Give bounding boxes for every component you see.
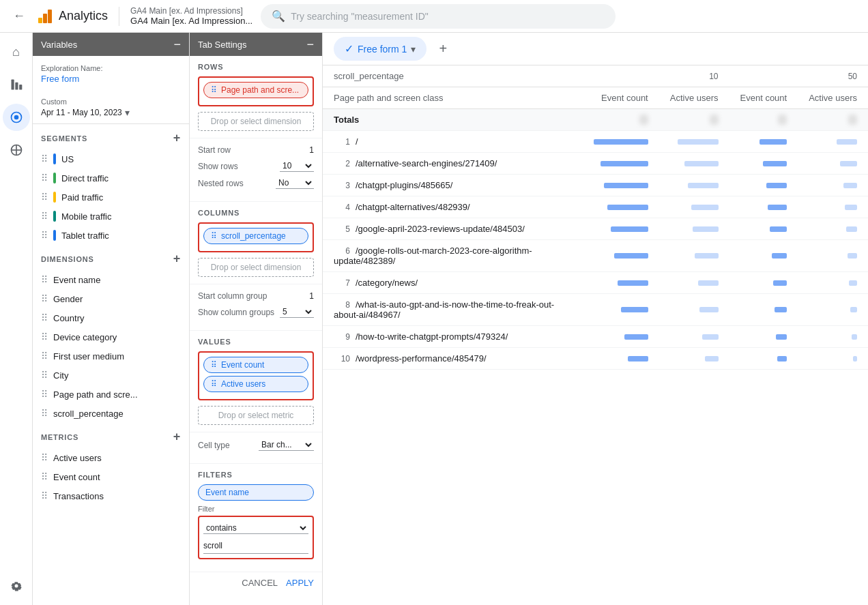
dimension-scroll-percentage[interactable]: ⠿ scroll_percentage <box>33 404 189 423</box>
drag-handle-icon: ⠿ <box>41 389 48 400</box>
bar-chart-bar <box>837 139 857 145</box>
show-col-groups-select[interactable]: 510 <box>280 306 314 318</box>
segment-item-us[interactable]: ⠿ US <box>33 149 189 168</box>
filter-apply-button[interactable]: APPLY <box>286 578 314 588</box>
dimension-city[interactable]: ⠿ City <box>33 366 189 385</box>
segment-item-tablet[interactable]: ⠿ Tablet traffic <box>33 226 189 245</box>
dimension-country[interactable]: ⠿ Country <box>33 308 189 327</box>
totals-label: Totals <box>334 115 359 125</box>
start-col-group-label: Start column group <box>198 291 267 301</box>
date-range-section: Custom Apr 11 - May 10, 2023 ▾ <box>33 92 189 124</box>
bar-cell <box>740 307 787 312</box>
page-path-link[interactable]: /chatgpt-plugins/485665/ <box>356 180 452 190</box>
totals-blurred-cell: — <box>729 109 798 131</box>
page-path-link[interactable]: /wordpress-performance/485479/ <box>356 353 487 364</box>
exploration-name-value[interactable]: Free form <box>41 74 181 84</box>
filter-condition-select[interactable]: containsequalsstarts with <box>203 522 308 534</box>
dimension-page-path[interactable]: ⠿ Page path and scre... <box>33 385 189 404</box>
bar-chart-bar <box>773 280 787 286</box>
dimension-first-user-medium[interactable]: ⠿ First user medium <box>33 346 189 366</box>
dimension-label: Event name <box>53 275 100 285</box>
values-drop-zone[interactable]: Drop or select metric <box>198 406 314 425</box>
event-count-50-header: Event count <box>729 87 798 109</box>
metric-cell-0 <box>583 240 659 272</box>
property-selector[interactable]: GA4 Main [ex. Ad Impressions] GA4 Main [… <box>130 6 252 26</box>
sidebar-item-advertising[interactable] <box>3 136 30 164</box>
bar-cell <box>594 139 648 145</box>
filters-section-title: FILTERS <box>198 471 314 479</box>
metric-cell-0 <box>583 175 659 196</box>
metrics-add-icon[interactable]: + <box>173 430 181 444</box>
active-users-50-header: Active users <box>798 87 868 109</box>
sidebar-item-reports[interactable] <box>3 71 30 98</box>
segments-add-icon[interactable]: + <box>173 131 181 145</box>
exploration-name-label: Exploration Name: <box>41 64 181 72</box>
filter-event-name-chip[interactable]: Event name <box>198 484 314 501</box>
metric-event-count[interactable]: ⠿ Event count <box>33 467 189 486</box>
metric-active-users[interactable]: ⠿ Active users <box>33 448 189 467</box>
dimensions-add-icon[interactable]: + <box>173 252 181 266</box>
page-path-link[interactable]: /category/news/ <box>356 278 418 288</box>
page-path-link[interactable]: /chatgpt-alternatives/482939/ <box>356 202 470 212</box>
date-range-picker[interactable]: Apr 11 - May 10, 2023 ▾ <box>41 107 181 118</box>
drag-handle-icon: ⠿ <box>41 452 48 463</box>
rows-drop-zone[interactable]: Drop or select dimension <box>198 112 314 131</box>
table-row: 9/how-to-write-chatgpt-prompts/479324/ <box>323 326 868 348</box>
cell-type-select[interactable]: Bar ch...Text <box>259 439 314 451</box>
page-path-link[interactable]: /how-to-write-chatgpt-prompts/479324/ <box>356 331 508 342</box>
tab-settings-minimize-button[interactable]: − <box>306 38 314 50</box>
columns-chip-scroll[interactable]: ⠿ scroll_percentage <box>203 228 308 244</box>
segment-item-direct[interactable]: ⠿ Direct traffic <box>33 168 189 188</box>
bar-cell <box>740 226 787 232</box>
values-chip-event-count[interactable]: ⠿ Event count <box>203 357 308 373</box>
bar-cell <box>740 356 787 361</box>
page-path-link[interactable]: / <box>356 136 358 147</box>
metric-cell-1 <box>659 348 729 370</box>
nested-rows-select[interactable]: NoYes <box>276 177 314 189</box>
bar-cell <box>809 307 857 312</box>
rows-chip-label: Page path and scre... <box>221 85 299 95</box>
back-button[interactable]: ← <box>11 8 27 25</box>
page-path-link[interactable]: /google-april-2023-reviews-update/484503… <box>356 224 525 234</box>
svg-rect-5 <box>19 85 22 90</box>
chip-drag-handle: ⠿ <box>211 231 217 241</box>
cell-type-row: Cell type Bar ch...Text <box>198 439 314 451</box>
segments-section-header: SEGMENTS + <box>33 124 189 149</box>
bar-chart-bar <box>766 183 787 188</box>
variables-minimize-button[interactable]: − <box>173 38 181 50</box>
dimension-gender[interactable]: ⠿ Gender <box>33 289 189 308</box>
show-rows-select[interactable]: 102550 <box>280 160 314 172</box>
search-bar[interactable]: 🔍 Try searching "measurement ID" <box>261 4 616 29</box>
dimension-event-name[interactable]: ⠿ Event name <box>33 270 189 289</box>
metric-cell-3 <box>798 294 868 326</box>
filter-value-input[interactable] <box>203 538 308 554</box>
bar-cell <box>809 356 857 361</box>
segment-item-paid[interactable]: ⠿ Paid traffic <box>33 188 189 207</box>
bar-cell <box>809 161 857 166</box>
columns-drop-zone[interactable]: Drop or select dimension <box>198 258 314 277</box>
metric-cell-2 <box>729 348 798 370</box>
add-tab-button[interactable]: + <box>432 38 454 60</box>
page-path-link[interactable]: /google-rolls-out-march-2023-core-algori… <box>334 246 532 266</box>
free-form-1-tab[interactable]: ✓ Free form 1 ▾ <box>334 37 426 61</box>
metrics-list: ⠿ Active users ⠿ Event count ⠿ Transacti… <box>33 448 189 505</box>
rows-chip-page-path[interactable]: ⠿ Page path and scre... <box>203 82 308 98</box>
dimension-device-category[interactable]: ⠿ Device category <box>33 327 189 346</box>
page-path-link[interactable]: /alternative-search-engines/271409/ <box>356 158 497 168</box>
metric-cell-3 <box>798 196 868 218</box>
sidebar-item-explore[interactable] <box>3 104 30 131</box>
filter-cancel-button[interactable]: CANCEL <box>242 578 278 588</box>
sidebar-item-settings[interactable] <box>3 572 30 600</box>
property-label-sub: GA4 Main [ex. Ad Impression... <box>130 16 252 26</box>
sidebar-item-home[interactable]: ⌂ <box>3 38 30 65</box>
values-chip-active-users[interactable]: ⠿ Active users <box>203 376 308 392</box>
metric-cell-0 <box>583 294 659 326</box>
metric-cell-2 <box>729 175 798 196</box>
page-path-link[interactable]: /what-is-auto-gpt-and-is-now-the-time-to… <box>334 299 554 320</box>
row-number: 3 <box>334 181 350 190</box>
metric-transactions[interactable]: ⠿ Transactions <box>33 486 189 505</box>
segment-item-mobile[interactable]: ⠿ Mobile traffic <box>33 207 189 226</box>
values-chip-label-event: Event count <box>221 360 264 370</box>
row-number: 9 <box>334 332 350 342</box>
dimension-label: scroll_percentage <box>53 409 124 419</box>
